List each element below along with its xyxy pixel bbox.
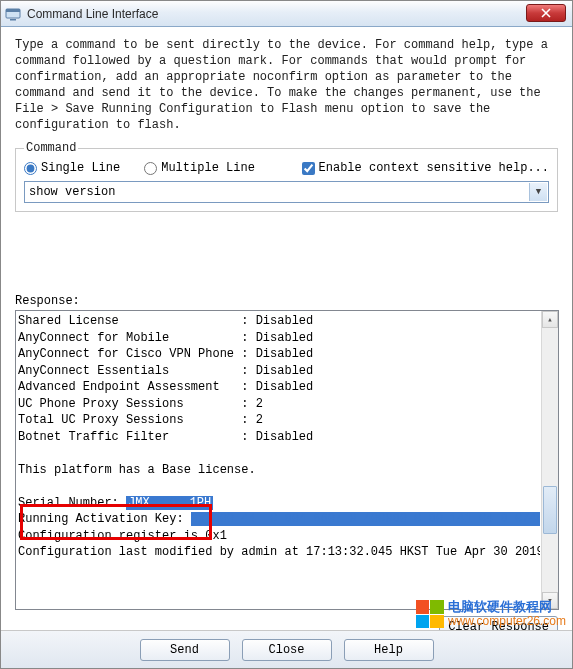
svg-rect-2	[10, 19, 16, 21]
command-text: show version	[29, 185, 115, 199]
scroll-track[interactable]	[542, 328, 558, 592]
close-button[interactable]: Close	[242, 639, 332, 661]
bottom-button-bar: Send Close Help	[1, 630, 572, 668]
radio-single-line[interactable]: Single Line	[24, 161, 120, 175]
command-legend: Command	[24, 141, 78, 155]
command-group: Command Single Line Multiple Line Enable…	[15, 141, 558, 212]
checkbox-context-help[interactable]: Enable context sensitive help...	[302, 161, 549, 175]
response-content: Shared License : Disabled AnyConnect for…	[18, 313, 540, 607]
command-combobox[interactable]: show version ▼	[24, 181, 549, 203]
scroll-down-icon[interactable]: ▾	[542, 592, 558, 609]
chevron-down-icon[interactable]: ▼	[529, 183, 547, 201]
instruction-text: Type a command to be sent directly to th…	[15, 37, 558, 133]
checkbox-context-help-label: Enable context sensitive help...	[319, 161, 549, 175]
send-button[interactable]: Send	[140, 639, 230, 661]
scrollbar-vertical[interactable]: ▴ ▾	[541, 311, 558, 609]
window-title: Command Line Interface	[27, 7, 158, 21]
response-label: Response:	[15, 294, 558, 308]
svg-rect-1	[6, 9, 20, 12]
scroll-up-icon[interactable]: ▴	[542, 311, 558, 328]
radio-single-line-label: Single Line	[41, 161, 120, 175]
radio-multiple-line-label: Multiple Line	[161, 161, 255, 175]
close-window-button[interactable]	[526, 4, 566, 22]
title-bar: Command Line Interface	[1, 1, 572, 27]
checkbox-context-help-input[interactable]	[302, 162, 315, 175]
response-textarea[interactable]: Shared License : Disabled AnyConnect for…	[15, 310, 559, 610]
radio-single-line-input[interactable]	[24, 162, 37, 175]
radio-multiple-line-input[interactable]	[144, 162, 157, 175]
help-button[interactable]: Help	[344, 639, 434, 661]
scroll-thumb[interactable]	[543, 486, 557, 534]
radio-multiple-line[interactable]: Multiple Line	[144, 161, 255, 175]
app-icon	[5, 6, 21, 22]
